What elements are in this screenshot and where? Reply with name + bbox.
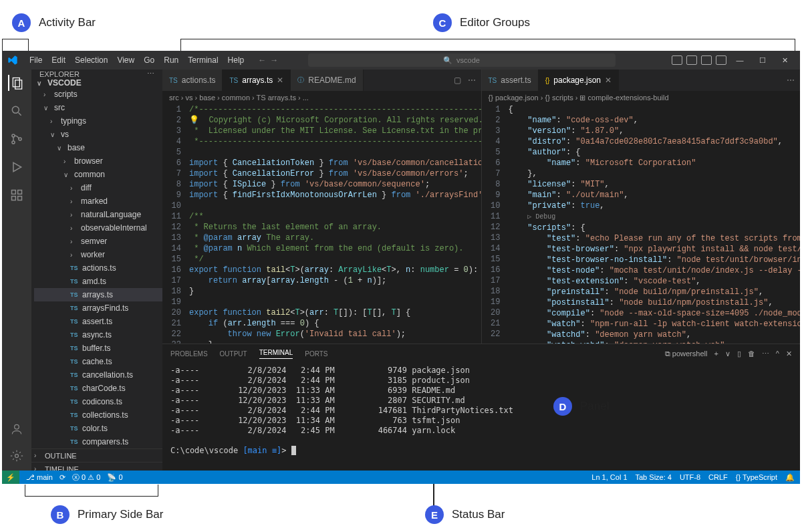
code-editor-right[interactable]: { "name": "code-oss-dev", "version": "1.…: [509, 104, 801, 344]
folder-diff[interactable]: ›diff: [34, 181, 162, 194]
new-terminal-icon[interactable]: +: [714, 350, 718, 358]
folder-vs[interactable]: ∨vs: [34, 128, 162, 141]
terminal-dropdown-icon[interactable]: ∨: [725, 350, 730, 358]
status-crlf[interactable]: CRLF: [708, 473, 728, 482]
folder-marked[interactable]: ›marked: [34, 194, 162, 208]
command-center-text: vscode: [456, 56, 480, 64]
close-icon[interactable]: ✕: [605, 76, 612, 85]
status--[interactable]: 🔔: [785, 473, 795, 482]
sync-status[interactable]: ⟳: [59, 473, 65, 482]
file-amd-ts[interactable]: TSamd.ts: [34, 275, 162, 288]
status-ln-1-col-1[interactable]: Ln 1, Col 1: [591, 473, 627, 482]
code-editor-left[interactable]: /*--------------------------------------…: [189, 104, 481, 344]
folder-semver[interactable]: ›semver: [34, 235, 162, 248]
breadcrumb-right[interactable]: {} package.json › {} scripts › ⊞ compile…: [482, 91, 801, 104]
tab-assert-ts[interactable]: TSassert.ts: [482, 70, 539, 91]
tab-README-md[interactable]: ⓘREADME.md: [291, 70, 363, 91]
branch-status[interactable]: ⎇ main: [26, 473, 53, 482]
command-center[interactable]: 🔍 vscode: [308, 53, 616, 67]
folder-common[interactable]: ∨common: [34, 168, 162, 181]
shell-label[interactable]: ⧉ powershell: [665, 350, 708, 358]
file-color-ts[interactable]: TScolor.ts: [34, 422, 162, 435]
vscode-logo-icon: [7, 55, 18, 65]
folder-browser[interactable]: ›browser: [34, 154, 162, 168]
search-activity-icon[interactable]: [9, 103, 25, 119]
folder-observableInternal[interactable]: ›observableInternal: [34, 221, 162, 235]
menu-terminal[interactable]: Terminal: [183, 55, 223, 65]
panel-tab-output[interactable]: OUTPUT: [220, 350, 247, 358]
status--typescript[interactable]: {} TypeScript: [736, 473, 777, 482]
remote-indicator[interactable]: ⚡: [2, 471, 19, 484]
timeline-section[interactable]: ›TIMELINE: [31, 462, 162, 471]
folder-base[interactable]: ∨base: [34, 141, 162, 154]
file-arrays-ts[interactable]: TSarrays.ts: [34, 288, 162, 301]
extensions-icon[interactable]: [9, 187, 25, 203]
status-utf-8[interactable]: UTF-8: [680, 473, 700, 482]
panel-tab-terminal[interactable]: TERMINAL: [259, 349, 293, 359]
folder-naturalLanguage[interactable]: ›naturalLanguage: [34, 208, 162, 221]
layout-icon-4[interactable]: [716, 55, 726, 65]
more-icon[interactable]: ⋯: [468, 76, 476, 85]
terminal-output[interactable]: -a---- 2/8/2024 2:44 PM 9749 package.jso…: [162, 363, 800, 471]
scm-icon[interactable]: [9, 131, 25, 147]
panel-close-icon[interactable]: ✕: [786, 350, 792, 358]
layout-icon-2[interactable]: [686, 55, 697, 65]
menu-file[interactable]: File: [25, 55, 47, 65]
run-debug-icon[interactable]: [9, 159, 25, 175]
kill-terminal-icon[interactable]: 🗑: [748, 350, 755, 358]
maximize-button[interactable]: ☐: [753, 56, 772, 65]
file-comparers-ts[interactable]: TScomparers.ts: [34, 435, 162, 448]
file-arraysFind-ts[interactable]: TSarraysFind.ts: [34, 301, 162, 315]
split-terminal-icon[interactable]: ▯: [737, 350, 741, 358]
menu-run[interactable]: Run: [159, 55, 183, 65]
explorer-more-icon[interactable]: ⋯: [147, 70, 154, 78]
panel-more-icon[interactable]: ⋯: [762, 350, 769, 358]
accounts-icon[interactable]: [9, 421, 25, 437]
panel-tab-ports[interactable]: PORTS: [305, 350, 327, 358]
menu-view[interactable]: View: [112, 55, 139, 65]
tab-arrays-ts[interactable]: TSarrays.ts✕: [223, 70, 291, 91]
close-icon[interactable]: ✕: [277, 76, 283, 85]
problems-status[interactable]: ⓧ 0 ⚠ 0: [72, 473, 100, 483]
folder-scripts[interactable]: ›scripts: [34, 88, 162, 101]
nav-forward-icon[interactable]: →: [270, 55, 278, 65]
file-codicons-ts[interactable]: TScodicons.ts: [34, 395, 162, 408]
activity-bar: [2, 70, 31, 471]
folder-src[interactable]: ∨src: [34, 101, 162, 114]
minimize-button[interactable]: —: [730, 56, 749, 64]
ports-status[interactable]: 📡 0: [107, 473, 122, 482]
nav-back-icon[interactable]: ←: [258, 55, 266, 65]
status-tab-size-4[interactable]: Tab Size: 4: [636, 473, 672, 482]
panel-tab-problems[interactable]: PROBLEMS: [170, 350, 208, 358]
file-cache-ts[interactable]: TScache.ts: [34, 355, 162, 368]
menu-selection[interactable]: Selection: [70, 55, 112, 65]
settings-gear-icon[interactable]: [9, 448, 25, 464]
file-assert-ts[interactable]: TSassert.ts: [34, 315, 162, 328]
folder-worker[interactable]: ›worker: [34, 248, 162, 261]
split-editor-icon[interactable]: ▢: [454, 76, 461, 85]
folder-root[interactable]: ∨VSCODE: [31, 78, 162, 88]
tab-actions-ts[interactable]: TSactions.ts: [162, 70, 223, 91]
file-charCode-ts[interactable]: TScharCode.ts: [34, 382, 162, 395]
file-buffer-ts[interactable]: TSbuffer.ts: [34, 342, 162, 355]
folder-typings[interactable]: ›typings: [34, 114, 162, 128]
file-async-ts[interactable]: TSasync.ts: [34, 328, 162, 342]
bracket-b: [25, 485, 158, 497]
close-window-button[interactable]: ✕: [776, 56, 795, 65]
menu-help[interactable]: Help: [223, 55, 249, 65]
explorer-icon[interactable]: [8, 75, 24, 91]
more-icon[interactable]: ⋯: [787, 76, 795, 85]
file-collections-ts[interactable]: TScollections.ts: [34, 408, 162, 422]
file-cancellation-ts[interactable]: TScancellation.ts: [34, 368, 162, 382]
outline-section[interactable]: ›OUTLINE: [31, 448, 162, 462]
file-actions-ts[interactable]: TSactions.ts: [34, 261, 162, 275]
menu-go[interactable]: Go: [139, 55, 159, 65]
badge-c: C: [433, 13, 452, 32]
menu-edit[interactable]: Edit: [47, 55, 70, 65]
layout-icon-1[interactable]: [672, 55, 682, 65]
panel-maximize-icon[interactable]: ^: [776, 350, 779, 358]
breadcrumb-left[interactable]: src › vs › base › common › TS arrays.ts …: [162, 91, 481, 104]
layout-icon-3[interactable]: [701, 55, 712, 65]
tab-package-json[interactable]: {}package.json✕: [539, 70, 619, 91]
titlebar: FileEditSelectionViewGoRunTerminalHelp ←…: [2, 51, 800, 70]
